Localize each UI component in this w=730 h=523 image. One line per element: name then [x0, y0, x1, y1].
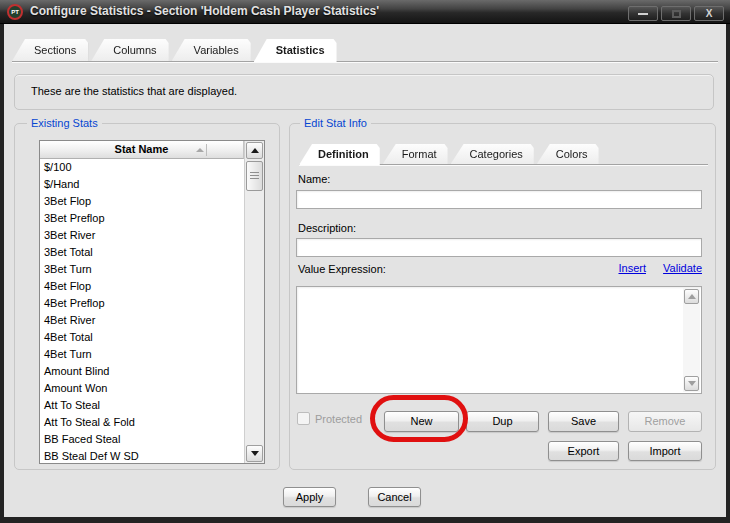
existing-stats-group: Existing Stats Stat Name $/100 $/Hand 3B… [14, 123, 280, 470]
thumb-grip-icon [250, 172, 259, 180]
minimize-icon [638, 13, 648, 15]
list-item[interactable]: 4Bet Flop [40, 278, 244, 295]
value-expression-box [296, 286, 702, 394]
titlebar[interactable]: PT Configure Statistics - Section 'Holde… [0, 0, 730, 24]
maximize-button [661, 6, 691, 21]
existing-stats-label: Existing Stats [27, 117, 102, 129]
tab-variables[interactable]: Variables [172, 39, 251, 61]
scroll-up-button[interactable] [246, 142, 263, 159]
list-item[interactable]: BB Steal Def W SD [40, 448, 244, 465]
protected-label: Protected [315, 413, 362, 425]
tab-categories[interactable]: Categories [451, 144, 534, 164]
list-item[interactable]: $/Hand [40, 176, 244, 193]
info-box: These are the statistics that are displa… [14, 74, 714, 110]
window-title: Configure Statistics - Section 'Holdem C… [30, 4, 379, 18]
stat-name-column-header[interactable]: Stat Name [40, 141, 244, 159]
expression-links: Insert Validate [296, 262, 702, 274]
scroll-down-button[interactable] [684, 376, 699, 391]
list-item[interactable]: 3Bet Flop [40, 193, 244, 210]
scroll-down-icon [251, 451, 259, 456]
list-item[interactable]: 4Bet Preflop [40, 295, 244, 312]
column-header-text: Stat Name [115, 143, 169, 155]
list-item[interactable]: 4Bet Turn [40, 346, 244, 363]
protected-row: Protected [297, 412, 362, 425]
scroll-up-icon [688, 294, 696, 299]
list-item[interactable]: 3Bet Turn [40, 261, 244, 278]
apply-button[interactable]: Apply [283, 487, 336, 507]
tab-definition[interactable]: Definition [299, 144, 380, 165]
scroll-down-button[interactable] [246, 445, 263, 462]
configure-statistics-dialog: PT Configure Statistics - Section 'Holde… [0, 0, 730, 523]
remove-button: Remove [628, 411, 702, 432]
scroll-up-icon [251, 148, 259, 153]
list-item[interactable]: 3Bet Total [40, 244, 244, 261]
list-item[interactable]: Att To Steal [40, 397, 244, 414]
list-item[interactable]: 4Bet Total [40, 329, 244, 346]
annotation-highlight-oval [370, 395, 468, 442]
tab-statistics[interactable]: Statistics [254, 39, 337, 62]
list-item[interactable]: Amount Won [40, 380, 244, 397]
close-button[interactable]: X [694, 6, 724, 21]
expression-scrollbar[interactable] [683, 288, 700, 392]
sort-ascending-icon [196, 148, 204, 152]
cancel-button[interactable]: Cancel [368, 487, 421, 507]
list-item[interactable]: 3Bet Preflop [40, 210, 244, 227]
scrollbar-thumb[interactable] [246, 161, 263, 191]
close-icon: X [706, 9, 713, 19]
list-item[interactable]: $/100 [40, 159, 244, 176]
maximize-icon [672, 10, 681, 18]
app-icon: PT [7, 4, 23, 20]
scroll-up-button[interactable] [684, 289, 699, 304]
stat-list: Stat Name $/100 $/Hand 3Bet Flop 3Bet Pr… [39, 140, 265, 464]
tab-sections[interactable]: Sections [12, 39, 88, 61]
insert-link[interactable]: Insert [618, 262, 646, 274]
list-item[interactable]: 4Bet River [40, 312, 244, 329]
protected-checkbox [297, 412, 310, 425]
minimize-button[interactable] [628, 6, 658, 21]
list-item[interactable]: BB Faced Steal [40, 431, 244, 448]
tab-colors[interactable]: Colors [537, 144, 599, 164]
value-expression-field[interactable] [299, 289, 681, 391]
dup-button[interactable]: Dup [466, 411, 539, 432]
tab-columns[interactable]: Columns [91, 39, 168, 61]
edit-tabstrip: Definition Format Categories Colors [299, 144, 708, 165]
validate-link[interactable]: Validate [663, 262, 702, 274]
save-button[interactable]: Save [548, 411, 619, 432]
dialog-content: Sections Columns Variables Statistics Th… [4, 24, 726, 517]
main-tabstrip: Sections Columns Variables Statistics [12, 39, 718, 62]
edit-stat-info-label: Edit Stat Info [300, 117, 371, 129]
import-button[interactable]: Import [628, 441, 702, 461]
stat-list-scrollbar[interactable] [244, 141, 264, 463]
tab-format[interactable]: Format [383, 144, 448, 164]
stat-rows: $/100 $/Hand 3Bet Flop 3Bet Preflop 3Bet… [40, 159, 244, 465]
list-item[interactable]: Att To Steal & Fold [40, 414, 244, 431]
name-label: Name: [298, 173, 330, 185]
description-label: Description: [298, 222, 356, 234]
name-field[interactable] [296, 190, 702, 209]
list-item[interactable]: Amount Blind [40, 363, 244, 380]
edit-stat-info-group: Edit Stat Info Definition Format Categor… [289, 123, 716, 470]
scroll-down-icon [688, 381, 696, 386]
info-text: These are the statistics that are displa… [31, 85, 237, 97]
description-field[interactable] [296, 238, 702, 257]
column-divider [206, 144, 207, 156]
list-item[interactable]: 3Bet River [40, 227, 244, 244]
export-button[interactable]: Export [548, 441, 619, 461]
